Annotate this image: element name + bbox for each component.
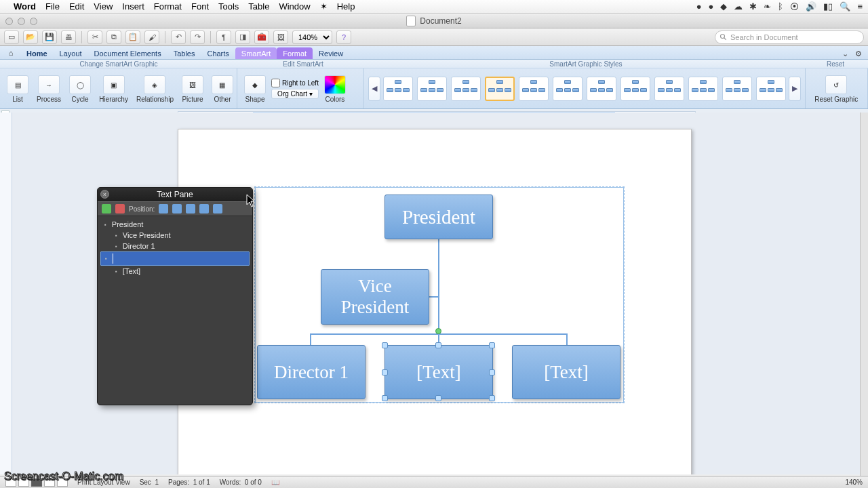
btn-relationship[interactable]: ◈Relationship (134, 74, 176, 103)
home-icon[interactable]: ⌂ (4, 47, 18, 59)
wifi-icon[interactable]: ⦿ (790, 1, 799, 12)
style-thumb[interactable] (417, 77, 447, 101)
tp-row-president[interactable]: President (98, 219, 252, 230)
text-pane[interactable]: × Text Pane Position: President Vice Pre… (97, 187, 253, 405)
ribbon-settings-button[interactable]: ⚙ (853, 48, 864, 59)
tp-pos-btn[interactable] (199, 204, 209, 214)
rotate-handle[interactable] (435, 328, 441, 334)
new-doc-button[interactable]: ▭ (4, 30, 19, 44)
sel-handle[interactable] (489, 342, 495, 348)
vertical-scrollbar[interactable] (860, 113, 868, 476)
sel-handle[interactable] (489, 369, 495, 375)
tab-layout[interactable]: Layout (54, 47, 88, 59)
status-pages[interactable]: Pages: 1 of 1 (168, 479, 210, 486)
sel-handle[interactable] (489, 395, 495, 401)
menu-format[interactable]: Format (154, 1, 182, 12)
cut-button[interactable]: ✂ (87, 30, 102, 44)
style-thumb[interactable] (587, 77, 616, 101)
btn-process[interactable]: →Process (34, 74, 64, 103)
tab-home[interactable]: Home (20, 47, 54, 59)
menu-insert[interactable]: Insert (122, 1, 144, 12)
bluetooth-icon[interactable]: ᛒ (778, 1, 783, 12)
menu-view[interactable]: View (94, 1, 113, 12)
status-words[interactable]: Words: 0 of 0 (220, 479, 262, 486)
battery-icon[interactable]: ▮▯ (823, 1, 833, 12)
spellcheck-icon[interactable]: 📖 (271, 479, 279, 486)
help-button[interactable]: ? (336, 30, 351, 44)
volume-icon[interactable]: 🔊 (806, 1, 816, 12)
dropbox-icon[interactable]: ✱ (749, 1, 757, 12)
leaf-icon[interactable]: ❧ (764, 1, 771, 12)
node-director-1[interactable]: Director 1 (257, 345, 366, 399)
tp-pos-btn[interactable] (159, 204, 168, 214)
style-thumb[interactable] (519, 77, 549, 101)
tp-edit-input[interactable] (113, 253, 249, 264)
spotlight-icon[interactable]: 🔍 (840, 1, 850, 12)
tab-tables[interactable]: Tables (167, 47, 201, 59)
smartart-graphic[interactable]: President Vice President Director 1 [Tex… (255, 187, 624, 403)
text-pane-titlebar[interactable]: × Text Pane (98, 188, 252, 201)
tp-row-vp[interactable]: Vice President (108, 230, 252, 241)
node-placeholder-1[interactable]: [Text] (384, 345, 493, 399)
menu-tools[interactable]: Tools (218, 1, 239, 12)
style-thumb[interactable] (654, 77, 684, 101)
sel-handle[interactable] (382, 342, 388, 348)
menu-table[interactable]: Table (248, 1, 269, 12)
status-icon[interactable]: ● (696, 1, 702, 12)
tp-row-director1[interactable]: Director 1 (108, 241, 252, 251)
tab-charts[interactable]: Charts (201, 47, 235, 59)
show-button[interactable]: ¶ (216, 30, 231, 44)
notification-center-icon[interactable]: ≡ (857, 1, 863, 12)
paste-button[interactable]: 📋 (125, 30, 140, 44)
sel-handle[interactable] (435, 395, 441, 401)
tab-smartart[interactable]: SmartArt (235, 47, 277, 59)
btn-picture[interactable]: 🖼Picture (179, 74, 206, 103)
node-president[interactable]: President (384, 195, 493, 239)
btn-orgchart[interactable]: Org Chart ▾ (271, 89, 319, 99)
style-thumb[interactable] (722, 77, 752, 101)
style-thumb[interactable] (383, 77, 413, 101)
toolbox-button[interactable]: 🧰 (254, 30, 269, 44)
sel-handle[interactable] (382, 395, 388, 401)
sidebar-button[interactable]: ◨ (235, 30, 250, 44)
open-button[interactable]: 📂 (23, 30, 38, 44)
tp-row-editing[interactable] (100, 251, 250, 266)
btn-list[interactable]: ▤List (4, 74, 31, 103)
script-menu-icon[interactable]: ✶ (320, 1, 328, 12)
menu-file[interactable]: File (45, 1, 60, 12)
vertical-ruler[interactable] (0, 113, 12, 474)
node-vice-president[interactable]: Vice President (321, 269, 429, 325)
btn-hierarchy[interactable]: ▣Hierarchy (96, 74, 131, 103)
chk-rtl[interactable]: Right to Left (271, 79, 319, 87)
text-pane-close[interactable]: × (100, 190, 109, 199)
node-placeholder-2[interactable]: [Text] (512, 345, 620, 399)
menu-help[interactable]: Help (337, 1, 355, 12)
save-button[interactable]: 💾 (42, 30, 57, 44)
btn-shape[interactable]: ◆Shape (241, 74, 269, 103)
document-search[interactable]: Search in Document (715, 30, 864, 44)
tp-add-button[interactable] (102, 204, 111, 214)
tab-doc-elem[interactable]: Document Elements (88, 47, 167, 59)
style-thumb[interactable] (451, 77, 481, 101)
status-icon[interactable]: ☁ (734, 1, 743, 12)
print-button[interactable]: 🖶 (61, 30, 76, 44)
sel-handle[interactable] (435, 342, 441, 348)
menu-window[interactable]: Window (279, 1, 310, 12)
redo-button[interactable]: ↷ (190, 30, 205, 44)
tp-pos-btn[interactable] (213, 204, 222, 214)
tab-review[interactable]: Review (313, 47, 349, 59)
tp-pos-btn[interactable] (172, 204, 182, 214)
menu-edit[interactable]: Edit (69, 1, 84, 12)
app-name[interactable]: Word (14, 1, 36, 12)
style-thumb[interactable] (553, 77, 583, 101)
style-thumb-selected[interactable] (485, 77, 515, 101)
status-zoom[interactable]: 140% (845, 479, 863, 486)
style-thumb[interactable] (620, 77, 650, 101)
zoom-select[interactable]: 140% (292, 30, 332, 44)
menu-font[interactable]: Font (191, 1, 209, 12)
undo-button[interactable]: ↶ (171, 30, 186, 44)
tp-pos-btn[interactable] (186, 204, 195, 214)
tp-remove-button[interactable] (115, 204, 125, 214)
media-button[interactable]: 🖼 (273, 30, 288, 44)
btn-reset-graphic[interactable]: ↺Reset Graphic (812, 74, 861, 103)
